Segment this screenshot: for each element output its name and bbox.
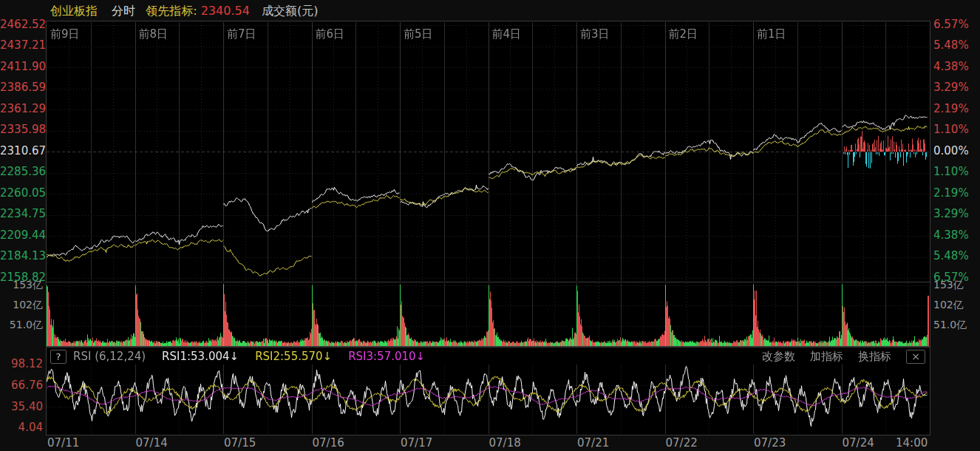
price-axis-label: 2361.29 [0,98,43,120]
rsi-axis-label: 35.40 [0,396,43,418]
percent-axis-label: 2.19% [933,98,979,120]
add-indicator-button[interactable]: 加指标 [810,350,843,364]
date-label: 07/15 [222,435,311,450]
percent-axis-right: 6.57%5.48%4.38%3.29%2.19%1.10%0.00%1.10%… [933,14,979,288]
volume-axis-label: 102亿 [0,295,43,315]
chart-mode-label[interactable]: 分时 [112,4,135,18]
volume-axis-label: 51.0亿 [0,315,43,335]
percent-axis-label: 0.00% [933,140,979,162]
volume-axis-label: 153亿 [933,275,979,295]
volume-axis-label: 51.0亿 [933,315,979,335]
rsi-axis-label: 66.76 [0,375,43,396]
price-axis-label: 2386.59 [0,77,43,98]
main-price-canvas[interactable] [47,21,930,282]
help-icon[interactable]: ? [50,350,67,364]
rsi-indicator-panel: ? RSI (6,12,24) RSI1:53.004↓ RSI2:55.570… [46,347,930,435]
price-axis-label: 2260.05 [0,183,43,204]
date-label: 07/14 [135,435,223,450]
main-chart-panel [46,21,930,282]
percent-axis-label: 1.10% [933,119,979,140]
rsi-axis-label: 4.04 [0,417,43,438]
price-axis-label: 2335.98 [0,119,43,140]
switch-indicator-button[interactable]: 换指标 [858,350,891,364]
percent-axis-label: 4.38% [933,56,979,78]
volume-axis-label: 102亿 [933,295,979,315]
rsi-axis-label: 98.12 [0,353,43,375]
rsi-title[interactable]: RSI (6,12,24) [73,350,146,363]
rsi3-value: RSI3:57.010↓ [348,350,425,363]
price-axis-label: 2184.13 [0,245,43,267]
price-axis-left: 2462.522437.212411.902386.592361.292335.… [0,14,43,288]
date-label: 07/17 [399,435,488,450]
price-axis-label: 2437.21 [0,35,43,56]
leading-indicator-value: 2340.54 [201,4,250,18]
stock-chart-app: 创业板指 分时 领先指标: 2340.54 成交额(元) 2462.522437… [0,0,980,451]
price-axis-label: 2285.36 [0,161,43,183]
price-axis-label: 2462.52 [0,14,43,35]
close-icon[interactable]: × [906,350,925,364]
turnover-label: 成交额(元) [262,4,318,18]
header-bar: 创业板指 分时 领先指标: 2340.54 成交额(元) [50,3,318,19]
date-label: 07/11 [46,435,135,450]
percent-axis-label: 3.29% [933,203,979,225]
price-axis-label: 2411.90 [0,56,43,78]
date-label: 07/22 [664,435,753,450]
rsi-header: ? RSI (6,12,24) RSI1:53.004↓ RSI2:55.570… [47,347,930,364]
rsi-axis-left: 98.1266.7635.404.04 [0,353,43,438]
percent-axis-label: 1.10% [933,161,979,183]
percent-axis-label: 3.29% [933,77,979,98]
volume-axis-right: 153亿102亿51.0亿 [933,275,979,336]
price-axis-label: 2310.67 [0,140,43,162]
date-axis-row: 07/1107/1407/1507/1607/1707/1807/2107/22… [46,435,930,450]
price-axis-label: 2234.75 [0,203,43,225]
percent-axis-label: 4.38% [933,225,979,246]
volume-axis-label: 153亿 [0,275,43,295]
volume-panel [46,282,930,347]
volume-axis-left: 153亿102亿51.0亿 [0,275,43,336]
index-name[interactable]: 创业板指 [50,4,98,18]
date-label: 07/16 [311,435,400,450]
session-time-label: 14:00 [896,435,928,450]
percent-axis-label: 5.48% [933,35,979,56]
date-label: 07/23 [752,435,841,450]
change-params-button[interactable]: 改参数 [762,350,795,364]
percent-axis-label: 6.57% [933,14,979,35]
rsi2-value: RSI2:55.570↓ [255,350,332,363]
volume-canvas[interactable] [47,282,930,346]
leading-indicator-label: 领先指标: [146,4,197,18]
percent-axis-label: 2.19% [933,183,979,204]
percent-axis-label: 5.48% [933,245,979,267]
date-label: 07/21 [576,435,664,450]
rsi1-value: RSI1:53.004↓ [162,350,239,363]
price-axis-label: 2209.44 [0,225,43,246]
date-label: 07/18 [488,435,576,450]
